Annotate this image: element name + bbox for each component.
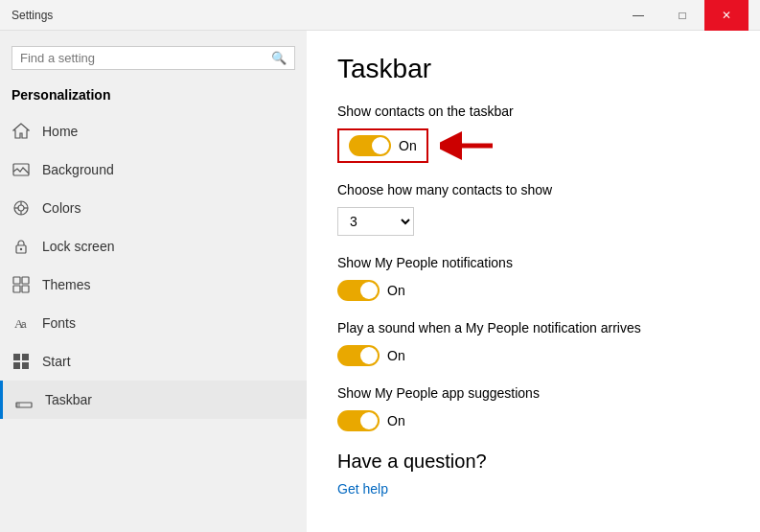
- show-contacts-label: Show contacts on the taskbar: [337, 104, 729, 119]
- play-sound-label: Play a sound when a My People notificati…: [337, 320, 729, 335]
- maximize-button[interactable]: □: [660, 0, 704, 31]
- sidebar-item-themes[interactable]: Themes: [0, 266, 307, 304]
- app-suggestions-label: Show My People app suggestions: [337, 385, 729, 401]
- sidebar-item-fonts-label: Fonts: [42, 315, 76, 331]
- sidebar-item-colors[interactable]: Colors: [0, 189, 307, 227]
- svg-rect-9: [13, 277, 20, 284]
- svg-rect-18: [22, 362, 29, 369]
- sidebar-item-start[interactable]: Start: [0, 342, 307, 381]
- background-icon: [12, 160, 31, 179]
- my-people-notif-toggle-label: On: [387, 283, 405, 298]
- play-sound-toggle[interactable]: [337, 345, 380, 366]
- sidebar-item-background[interactable]: Background: [0, 150, 307, 189]
- search-box[interactable]: 🔍: [12, 46, 295, 70]
- sidebar-item-home-label: Home: [42, 124, 78, 139]
- contacts-count-dropdown-row: 3 5 7 10: [337, 207, 729, 236]
- play-sound-toggle-label: On: [387, 348, 405, 363]
- themes-icon: [12, 275, 31, 294]
- help-section-title: Have a question?: [337, 451, 729, 473]
- my-people-notif-toggle-row: On: [337, 280, 729, 301]
- play-sound-toggle-row: On: [337, 345, 729, 366]
- sidebar-item-taskbar[interactable]: Taskbar: [0, 381, 307, 419]
- show-contacts-toggle-box: On: [337, 128, 428, 163]
- close-button[interactable]: ✕: [704, 0, 748, 31]
- svg-rect-20: [16, 403, 20, 407]
- app-suggestions-toggle-label: On: [387, 413, 405, 428]
- search-icon: 🔍: [271, 51, 287, 65]
- contacts-count-select[interactable]: 3 5 7 10: [337, 207, 414, 236]
- my-people-notif-label: Show My People notifications: [337, 255, 729, 270]
- sidebar-item-fonts[interactable]: A a Fonts: [0, 304, 307, 342]
- contacts-count-label: Choose how many contacts to show: [337, 182, 729, 197]
- title-bar: Settings — □ ✕: [0, 0, 760, 31]
- page-title: Taskbar: [337, 54, 729, 84]
- app-title: Settings: [12, 9, 53, 22]
- red-arrow-indicator: [440, 131, 497, 160]
- home-icon: [12, 122, 31, 141]
- svg-text:a: a: [21, 319, 27, 330]
- content-area: Taskbar Show contacts on the taskbar On …: [307, 31, 760, 532]
- app-suggestions-toggle-row: On: [337, 410, 729, 431]
- sidebar: 🔍 Personalization Home Background: [0, 31, 307, 532]
- svg-rect-10: [22, 277, 29, 284]
- app-suggestions-toggle[interactable]: [337, 410, 380, 431]
- app-body: 🔍 Personalization Home Background: [0, 31, 760, 532]
- svg-rect-15: [13, 354, 20, 360]
- sidebar-heading: Personalization: [0, 81, 307, 112]
- sidebar-item-background-label: Background: [42, 162, 114, 177]
- taskbar-icon: [14, 390, 34, 409]
- sidebar-item-colors-label: Colors: [42, 200, 81, 216]
- sidebar-item-home[interactable]: Home: [0, 112, 307, 150]
- svg-rect-16: [22, 354, 29, 360]
- fonts-icon: A a: [12, 313, 31, 333]
- lock-icon: [12, 237, 31, 256]
- sidebar-item-lock-screen-label: Lock screen: [42, 239, 114, 254]
- get-help-link[interactable]: Get help: [337, 481, 388, 497]
- window-controls: — □ ✕: [616, 0, 748, 31]
- sidebar-item-taskbar-label: Taskbar: [45, 392, 92, 407]
- svg-rect-17: [13, 362, 20, 369]
- show-contacts-toggle-label: On: [399, 138, 417, 153]
- svg-point-2: [18, 205, 24, 211]
- sidebar-item-lock-screen[interactable]: Lock screen: [0, 227, 307, 266]
- search-input[interactable]: [20, 51, 271, 65]
- sidebar-item-themes-label: Themes: [42, 277, 91, 292]
- show-contacts-toggle[interactable]: [349, 135, 391, 156]
- svg-point-8: [20, 248, 22, 250]
- sidebar-item-start-label: Start: [42, 354, 71, 369]
- svg-rect-12: [22, 286, 29, 292]
- my-people-notif-toggle[interactable]: [337, 280, 380, 301]
- colors-icon: [12, 198, 31, 218]
- svg-rect-11: [13, 286, 20, 292]
- start-icon: [12, 352, 31, 371]
- minimize-button[interactable]: —: [616, 0, 660, 31]
